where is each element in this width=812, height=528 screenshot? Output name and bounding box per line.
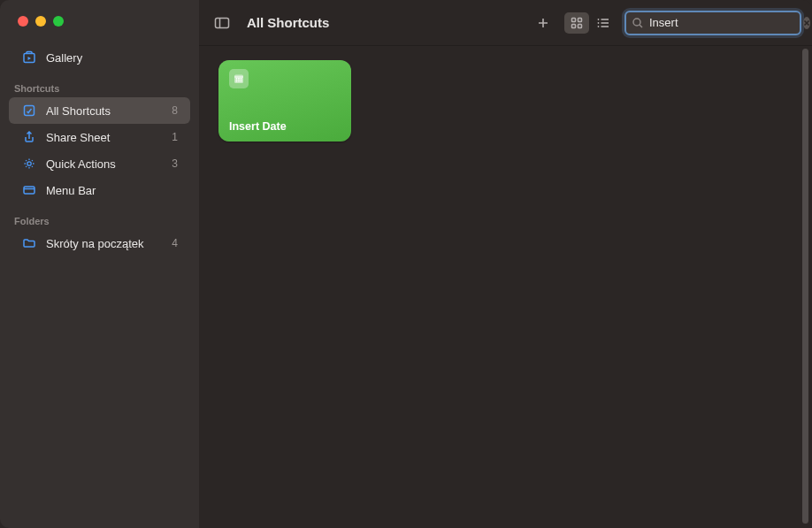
svg-rect-9 — [572, 24, 576, 27]
sidebar-item-label: Share Sheet — [46, 131, 172, 144]
svg-point-15 — [598, 26, 600, 27]
sidebar-item-menu-bar[interactable]: Menu Bar — [9, 177, 190, 203]
shortcuts-grid: Insert Date — [199, 46, 812, 528]
shortcut-tile[interactable]: Insert Date — [218, 60, 351, 142]
search-field[interactable] — [624, 11, 801, 35]
search-icon — [632, 17, 644, 29]
svg-point-21 — [236, 78, 237, 79]
shortcut-tile-name: Insert Date — [229, 120, 341, 133]
search-input[interactable] — [644, 16, 803, 29]
sidebar-item-folder[interactable]: Skróty na początek 4 — [9, 230, 190, 256]
svg-point-11 — [598, 19, 600, 20]
folder-icon — [21, 235, 37, 251]
minimize-button[interactable] — [35, 16, 46, 27]
shortcuts-icon — [21, 103, 37, 119]
sidebar-item-label: Gallery — [46, 51, 178, 65]
svg-point-23 — [241, 78, 241, 79]
svg-rect-3 — [24, 187, 34, 194]
clear-search-button[interactable] — [803, 17, 810, 29]
sidebar-item-label: Quick Actions — [46, 157, 172, 171]
main-panel: All Shortcuts Insert — [199, 0, 812, 528]
sidebar: Gallery Shortcuts All Shortcuts 8 Share … — [0, 0, 199, 528]
calendar-icon — [229, 69, 249, 88]
sidebar-item-count: 8 — [172, 104, 178, 117]
sidebar-item-count: 3 — [172, 157, 178, 170]
sidebar-item-share-sheet[interactable]: Share Sheet 1 — [9, 124, 190, 150]
close-button[interactable] — [18, 16, 28, 27]
add-shortcut-button[interactable] — [531, 12, 555, 34]
toolbar: All Shortcuts — [199, 0, 812, 46]
scrollbar[interactable] — [800, 49, 810, 524]
svg-point-22 — [238, 78, 239, 79]
scrollbar-thumb[interactable] — [802, 49, 808, 524]
sidebar-item-count: 1 — [172, 131, 178, 143]
gear-icon — [21, 156, 37, 172]
svg-line-18 — [640, 25, 642, 27]
svg-point-17 — [633, 19, 640, 26]
svg-point-2 — [27, 162, 31, 165]
svg-rect-8 — [578, 18, 582, 21]
sidebar-item-quick-actions[interactable]: Quick Actions 3 — [9, 150, 190, 177]
share-icon — [21, 129, 37, 145]
menubar-icon — [21, 182, 37, 198]
svg-point-25 — [238, 80, 239, 81]
grid-view-button[interactable] — [564, 12, 589, 34]
list-view-button[interactable] — [591, 12, 616, 34]
maximize-button[interactable] — [53, 16, 64, 27]
sidebar-item-label: Menu Bar — [46, 184, 178, 197]
sidebar-item-label: All Shortcuts — [46, 104, 172, 118]
sidebar-item-count: 4 — [172, 237, 178, 249]
svg-point-24 — [236, 80, 237, 81]
sidebar-item-all-shortcuts[interactable]: All Shortcuts 8 — [9, 97, 190, 124]
section-header-shortcuts: Shortcuts — [0, 78, 199, 97]
section-header-folders: Folders — [0, 210, 199, 230]
gallery-icon — [21, 50, 37, 65]
svg-rect-5 — [216, 18, 229, 27]
view-toggle — [564, 12, 616, 34]
svg-point-13 — [598, 22, 600, 24]
page-title: All Shortcuts — [247, 15, 522, 30]
sidebar-item-label: Skróty na początek — [46, 237, 172, 250]
svg-rect-7 — [572, 18, 576, 21]
toggle-sidebar-button[interactable] — [210, 12, 234, 34]
svg-rect-10 — [578, 24, 582, 27]
svg-point-26 — [241, 80, 241, 81]
sidebar-item-gallery[interactable]: Gallery — [9, 44, 190, 71]
window-controls — [0, 16, 199, 27]
